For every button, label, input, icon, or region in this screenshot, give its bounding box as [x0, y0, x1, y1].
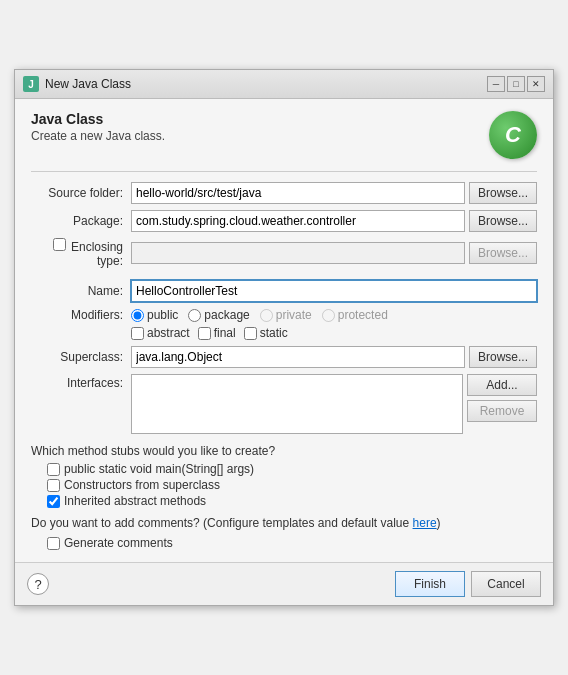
comments-section: Do you want to add comments? (Configure … — [31, 516, 537, 530]
superclass-input[interactable] — [131, 346, 465, 368]
stub-inherited-label: Inherited abstract methods — [64, 494, 206, 508]
stubs-question: Which method stubs would you like to cre… — [31, 444, 537, 458]
title-bar-left: J New Java Class — [23, 76, 131, 92]
stub-inherited-row: Inherited abstract methods — [47, 494, 537, 508]
modifier-public[interactable]: public — [131, 308, 178, 322]
source-folder-row: Source folder: Browse... — [31, 182, 537, 204]
modifier-final[interactable]: final — [198, 326, 236, 340]
enclosing-type-checkbox[interactable] — [53, 238, 66, 251]
modifier-final-checkbox[interactable] — [198, 327, 211, 340]
remove-interface-button[interactable]: Remove — [467, 400, 537, 422]
package-label: Package: — [31, 214, 131, 228]
header-title: Java Class — [31, 111, 165, 127]
modifier-static-checkbox[interactable] — [244, 327, 257, 340]
enclosing-type-row: Enclosing type: Browse... — [31, 238, 537, 268]
dialog-icon: J — [23, 76, 39, 92]
source-folder-browse-button[interactable]: Browse... — [469, 182, 537, 204]
stub-inherited-checkbox[interactable] — [47, 495, 60, 508]
source-folder-input[interactable] — [131, 182, 465, 204]
bottom-bar: ? Finish Cancel — [15, 562, 553, 605]
modifier-private[interactable]: private — [260, 308, 312, 322]
bottom-buttons: Finish Cancel — [395, 571, 541, 597]
add-interface-button[interactable]: Add... — [467, 374, 537, 396]
dialog-body: Java Class Create a new Java class. C So… — [15, 99, 553, 562]
help-button[interactable]: ? — [27, 573, 49, 595]
modifier-protected-radio[interactable] — [322, 309, 335, 322]
interfaces-label: Interfaces: — [31, 374, 131, 390]
stub-constructors-row: Constructors from superclass — [47, 478, 537, 492]
generate-comments-checkbox[interactable] — [47, 537, 60, 550]
comments-question-text: Do you want to add comments? (Configure … — [31, 516, 413, 530]
modifier-package[interactable]: package — [188, 308, 249, 322]
stub-constructors-checkbox[interactable] — [47, 479, 60, 492]
modifier-public-radio[interactable] — [131, 309, 144, 322]
modifier-abstract-checkbox[interactable] — [131, 327, 144, 340]
modifiers-label: Modifiers: — [31, 308, 131, 322]
cancel-button[interactable]: Cancel — [471, 571, 541, 597]
title-bar: J New Java Class ─ □ ✕ — [15, 70, 553, 99]
modifiers-radio-group: public package private protected — [131, 308, 388, 322]
source-folder-label: Source folder: — [31, 186, 131, 200]
superclass-browse-button[interactable]: Browse... — [469, 346, 537, 368]
name-row: Name: — [31, 280, 537, 302]
superclass-label: Superclass: — [31, 350, 131, 364]
interfaces-box[interactable] — [131, 374, 463, 434]
finish-button[interactable]: Finish — [395, 571, 465, 597]
modifiers-check-row: abstract final static — [131, 326, 537, 340]
dialog-title: New Java Class — [45, 77, 131, 91]
name-input[interactable] — [131, 280, 537, 302]
generate-comments-row: Generate comments — [47, 536, 537, 550]
stub-main-checkbox[interactable] — [47, 463, 60, 476]
modifiers-row: Modifiers: public package private protec… — [31, 308, 537, 322]
modifier-static[interactable]: static — [244, 326, 288, 340]
stub-main-row: public static void main(String[] args) — [47, 462, 537, 476]
name-label: Name: — [31, 284, 131, 298]
title-bar-buttons: ─ □ ✕ — [487, 76, 545, 92]
header-subtitle: Create a new Java class. — [31, 129, 165, 143]
header-divider — [31, 171, 537, 172]
maximize-button[interactable]: □ — [507, 76, 525, 92]
stub-main-label: public static void main(String[] args) — [64, 462, 254, 476]
enclosing-type-label: Enclosing type: — [31, 238, 131, 268]
package-input[interactable] — [131, 210, 465, 232]
modifier-protected[interactable]: protected — [322, 308, 388, 322]
interfaces-section: Interfaces: Add... Remove — [31, 374, 537, 434]
interfaces-buttons: Add... Remove — [467, 374, 537, 422]
header-section: Java Class Create a new Java class. C — [31, 111, 537, 159]
header-text: Java Class Create a new Java class. — [31, 111, 165, 143]
stub-constructors-label: Constructors from superclass — [64, 478, 220, 492]
modifier-package-radio[interactable] — [188, 309, 201, 322]
generate-comments-label: Generate comments — [64, 536, 173, 550]
enclosing-type-browse-button[interactable]: Browse... — [469, 242, 537, 264]
logo-icon: C — [489, 111, 537, 159]
modifier-private-radio[interactable] — [260, 309, 273, 322]
modifier-abstract[interactable]: abstract — [131, 326, 190, 340]
minimize-button[interactable]: ─ — [487, 76, 505, 92]
stubs-section: Which method stubs would you like to cre… — [31, 444, 537, 508]
enclosing-type-input[interactable] — [131, 242, 465, 264]
new-java-class-dialog: J New Java Class ─ □ ✕ Java Class Create… — [14, 69, 554, 606]
comments-here-link[interactable]: here — [413, 516, 437, 530]
package-row: Package: Browse... — [31, 210, 537, 232]
close-button[interactable]: ✕ — [527, 76, 545, 92]
package-browse-button[interactable]: Browse... — [469, 210, 537, 232]
superclass-row: Superclass: Browse... — [31, 346, 537, 368]
